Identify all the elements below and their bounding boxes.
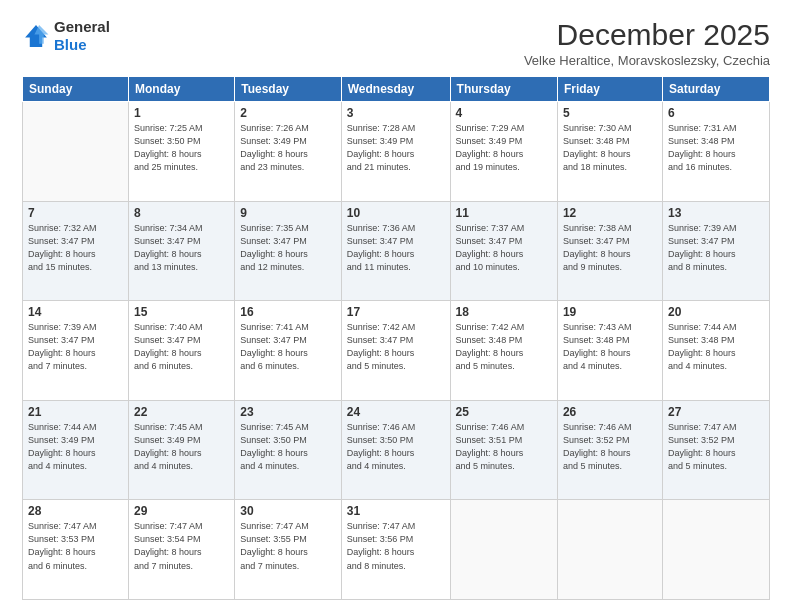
calendar-cell: 19Sunrise: 7:43 AM Sunset: 3:48 PM Dayli… [557,301,662,401]
header: General Blue December 2025 Velke Heralti… [22,18,770,68]
calendar-cell: 3Sunrise: 7:28 AM Sunset: 3:49 PM Daylig… [341,102,450,202]
day-info: Sunrise: 7:47 AM Sunset: 3:53 PM Dayligh… [28,520,123,572]
day-info: Sunrise: 7:34 AM Sunset: 3:47 PM Dayligh… [134,222,229,274]
calendar-cell: 17Sunrise: 7:42 AM Sunset: 3:47 PM Dayli… [341,301,450,401]
title-block: December 2025 Velke Heraltice, Moravskos… [524,18,770,68]
day-info: Sunrise: 7:37 AM Sunset: 3:47 PM Dayligh… [456,222,552,274]
day-info: Sunrise: 7:46 AM Sunset: 3:52 PM Dayligh… [563,421,657,473]
day-info: Sunrise: 7:29 AM Sunset: 3:49 PM Dayligh… [456,122,552,174]
calendar-cell: 28Sunrise: 7:47 AM Sunset: 3:53 PM Dayli… [23,500,129,600]
day-number: 27 [668,405,764,419]
calendar-cell: 29Sunrise: 7:47 AM Sunset: 3:54 PM Dayli… [128,500,234,600]
calendar-cell: 24Sunrise: 7:46 AM Sunset: 3:50 PM Dayli… [341,400,450,500]
day-info: Sunrise: 7:47 AM Sunset: 3:54 PM Dayligh… [134,520,229,572]
calendar-cell: 22Sunrise: 7:45 AM Sunset: 3:49 PM Dayli… [128,400,234,500]
calendar-week-row: 14Sunrise: 7:39 AM Sunset: 3:47 PM Dayli… [23,301,770,401]
calendar-cell: 14Sunrise: 7:39 AM Sunset: 3:47 PM Dayli… [23,301,129,401]
weekday-header: Wednesday [341,77,450,102]
day-number: 13 [668,206,764,220]
calendar-cell: 13Sunrise: 7:39 AM Sunset: 3:47 PM Dayli… [662,201,769,301]
day-number: 25 [456,405,552,419]
day-info: Sunrise: 7:39 AM Sunset: 3:47 PM Dayligh… [28,321,123,373]
day-info: Sunrise: 7:43 AM Sunset: 3:48 PM Dayligh… [563,321,657,373]
calendar-week-row: 21Sunrise: 7:44 AM Sunset: 3:49 PM Dayli… [23,400,770,500]
calendar-body: 1Sunrise: 7:25 AM Sunset: 3:50 PM Daylig… [23,102,770,600]
calendar-cell: 15Sunrise: 7:40 AM Sunset: 3:47 PM Dayli… [128,301,234,401]
day-number: 9 [240,206,336,220]
day-number: 3 [347,106,445,120]
logo: General Blue [22,18,110,54]
day-info: Sunrise: 7:47 AM Sunset: 3:55 PM Dayligh… [240,520,336,572]
calendar-cell: 18Sunrise: 7:42 AM Sunset: 3:48 PM Dayli… [450,301,557,401]
day-info: Sunrise: 7:47 AM Sunset: 3:52 PM Dayligh… [668,421,764,473]
day-info: Sunrise: 7:35 AM Sunset: 3:47 PM Dayligh… [240,222,336,274]
day-info: Sunrise: 7:42 AM Sunset: 3:47 PM Dayligh… [347,321,445,373]
day-info: Sunrise: 7:28 AM Sunset: 3:49 PM Dayligh… [347,122,445,174]
day-info: Sunrise: 7:46 AM Sunset: 3:50 PM Dayligh… [347,421,445,473]
calendar-cell [450,500,557,600]
calendar-cell: 8Sunrise: 7:34 AM Sunset: 3:47 PM Daylig… [128,201,234,301]
weekday-header: Monday [128,77,234,102]
day-info: Sunrise: 7:41 AM Sunset: 3:47 PM Dayligh… [240,321,336,373]
month-title: December 2025 [524,18,770,51]
day-number: 15 [134,305,229,319]
calendar-cell: 26Sunrise: 7:46 AM Sunset: 3:52 PM Dayli… [557,400,662,500]
calendar-cell: 2Sunrise: 7:26 AM Sunset: 3:49 PM Daylig… [235,102,342,202]
day-info: Sunrise: 7:38 AM Sunset: 3:47 PM Dayligh… [563,222,657,274]
calendar-cell: 30Sunrise: 7:47 AM Sunset: 3:55 PM Dayli… [235,500,342,600]
calendar: SundayMondayTuesdayWednesdayThursdayFrid… [22,76,770,600]
calendar-week-row: 1Sunrise: 7:25 AM Sunset: 3:50 PM Daylig… [23,102,770,202]
day-number: 23 [240,405,336,419]
calendar-cell: 1Sunrise: 7:25 AM Sunset: 3:50 PM Daylig… [128,102,234,202]
calendar-cell: 16Sunrise: 7:41 AM Sunset: 3:47 PM Dayli… [235,301,342,401]
calendar-cell: 20Sunrise: 7:44 AM Sunset: 3:48 PM Dayli… [662,301,769,401]
calendar-cell: 11Sunrise: 7:37 AM Sunset: 3:47 PM Dayli… [450,201,557,301]
day-info: Sunrise: 7:39 AM Sunset: 3:47 PM Dayligh… [668,222,764,274]
weekday-header: Friday [557,77,662,102]
day-number: 2 [240,106,336,120]
day-number: 12 [563,206,657,220]
day-number: 19 [563,305,657,319]
logo-general: General [54,18,110,35]
calendar-cell [662,500,769,600]
weekday-row: SundayMondayTuesdayWednesdayThursdayFrid… [23,77,770,102]
day-number: 16 [240,305,336,319]
calendar-cell [23,102,129,202]
day-info: Sunrise: 7:36 AM Sunset: 3:47 PM Dayligh… [347,222,445,274]
day-info: Sunrise: 7:26 AM Sunset: 3:49 PM Dayligh… [240,122,336,174]
calendar-cell: 7Sunrise: 7:32 AM Sunset: 3:47 PM Daylig… [23,201,129,301]
day-number: 17 [347,305,445,319]
calendar-cell: 31Sunrise: 7:47 AM Sunset: 3:56 PM Dayli… [341,500,450,600]
day-info: Sunrise: 7:45 AM Sunset: 3:49 PM Dayligh… [134,421,229,473]
calendar-cell: 4Sunrise: 7:29 AM Sunset: 3:49 PM Daylig… [450,102,557,202]
location: Velke Heraltice, Moravskoslezsky, Czechi… [524,53,770,68]
calendar-cell: 9Sunrise: 7:35 AM Sunset: 3:47 PM Daylig… [235,201,342,301]
day-number: 28 [28,504,123,518]
day-info: Sunrise: 7:46 AM Sunset: 3:51 PM Dayligh… [456,421,552,473]
logo-text: General Blue [54,18,110,54]
day-number: 22 [134,405,229,419]
day-number: 8 [134,206,229,220]
weekday-header: Thursday [450,77,557,102]
calendar-cell: 23Sunrise: 7:45 AM Sunset: 3:50 PM Dayli… [235,400,342,500]
weekday-header: Saturday [662,77,769,102]
calendar-week-row: 28Sunrise: 7:47 AM Sunset: 3:53 PM Dayli… [23,500,770,600]
day-number: 11 [456,206,552,220]
calendar-cell: 6Sunrise: 7:31 AM Sunset: 3:48 PM Daylig… [662,102,769,202]
weekday-header: Tuesday [235,77,342,102]
logo-blue: Blue [54,36,87,53]
day-number: 5 [563,106,657,120]
calendar-week-row: 7Sunrise: 7:32 AM Sunset: 3:47 PM Daylig… [23,201,770,301]
day-info: Sunrise: 7:47 AM Sunset: 3:56 PM Dayligh… [347,520,445,572]
calendar-cell [557,500,662,600]
day-info: Sunrise: 7:44 AM Sunset: 3:49 PM Dayligh… [28,421,123,473]
calendar-header: SundayMondayTuesdayWednesdayThursdayFrid… [23,77,770,102]
day-number: 24 [347,405,445,419]
day-number: 29 [134,504,229,518]
day-number: 6 [668,106,764,120]
page: General Blue December 2025 Velke Heralti… [0,0,792,612]
calendar-cell: 21Sunrise: 7:44 AM Sunset: 3:49 PM Dayli… [23,400,129,500]
calendar-cell: 25Sunrise: 7:46 AM Sunset: 3:51 PM Dayli… [450,400,557,500]
day-number: 7 [28,206,123,220]
calendar-cell: 5Sunrise: 7:30 AM Sunset: 3:48 PM Daylig… [557,102,662,202]
